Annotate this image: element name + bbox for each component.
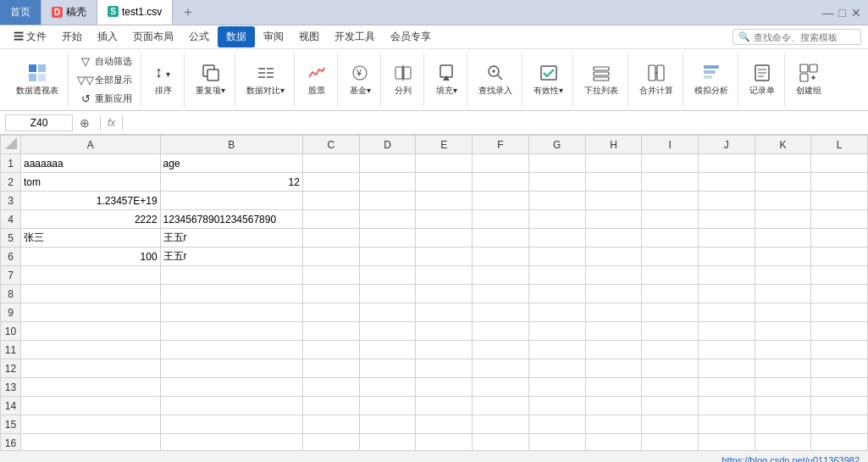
cell-I1[interactable] bbox=[642, 154, 698, 173]
cell-D11[interactable] bbox=[359, 341, 416, 359]
cell-D1[interactable] bbox=[359, 154, 416, 173]
cell-G12[interactable] bbox=[528, 359, 585, 378]
cell-C2[interactable] bbox=[302, 173, 359, 192]
cell-D13[interactable] bbox=[359, 378, 416, 397]
cell-C6[interactable] bbox=[302, 248, 359, 266]
cell-A10[interactable] bbox=[21, 322, 161, 341]
menu-insert[interactable]: 插入 bbox=[91, 28, 124, 46]
cell-K6[interactable] bbox=[755, 248, 811, 266]
cell-F13[interactable] bbox=[473, 378, 529, 397]
cell-K12[interactable] bbox=[755, 359, 811, 378]
cell-I8[interactable] bbox=[642, 285, 698, 303]
cell-C9[interactable] bbox=[302, 303, 359, 322]
cell-D12[interactable] bbox=[359, 359, 416, 378]
cell-G14[interactable] bbox=[528, 397, 585, 415]
cell-H16[interactable] bbox=[585, 434, 642, 451]
cell-F5[interactable] bbox=[473, 229, 529, 248]
cell-H11[interactable] bbox=[585, 341, 642, 359]
maximize-button[interactable]: □ bbox=[839, 6, 846, 19]
cell-B15[interactable] bbox=[160, 415, 302, 434]
cell-B7[interactable] bbox=[160, 266, 302, 285]
cell-E4[interactable] bbox=[416, 210, 473, 229]
cell-D5[interactable] bbox=[359, 229, 416, 248]
tab-add-button[interactable]: ＋ bbox=[173, 0, 203, 25]
cell-G7[interactable] bbox=[528, 266, 585, 285]
cell-I3[interactable] bbox=[642, 192, 698, 210]
cell-G1[interactable] bbox=[528, 154, 585, 173]
cell-I12[interactable] bbox=[642, 359, 698, 378]
cell-I2[interactable] bbox=[642, 173, 698, 192]
cell-F15[interactable] bbox=[473, 415, 529, 434]
cell-K16[interactable] bbox=[755, 434, 811, 451]
menu-dev-tools[interactable]: 开发工具 bbox=[328, 28, 382, 46]
cell-B2[interactable]: 12 bbox=[160, 173, 302, 192]
cell-F11[interactable] bbox=[473, 341, 529, 359]
cell-H15[interactable] bbox=[585, 415, 642, 434]
cell-D14[interactable] bbox=[359, 397, 416, 415]
cell-J1[interactable] bbox=[698, 154, 755, 173]
col-header-A[interactable]: A bbox=[21, 136, 161, 154]
cell-F8[interactable] bbox=[473, 285, 529, 303]
cell-B9[interactable] bbox=[160, 303, 302, 322]
cell-G8[interactable] bbox=[528, 285, 585, 303]
cell-C14[interactable] bbox=[302, 397, 359, 415]
cell-J5[interactable] bbox=[698, 229, 755, 248]
cell-J16[interactable] bbox=[698, 434, 755, 451]
cell-G6[interactable] bbox=[528, 248, 585, 266]
cell-L6[interactable] bbox=[811, 248, 868, 266]
cell-B14[interactable] bbox=[160, 397, 302, 415]
cell-C4[interactable] bbox=[302, 210, 359, 229]
cell-K8[interactable] bbox=[755, 285, 811, 303]
menu-data[interactable]: 数据 bbox=[218, 26, 255, 47]
cell-J9[interactable] bbox=[698, 303, 755, 322]
cell-D2[interactable] bbox=[359, 173, 416, 192]
cell-L4[interactable] bbox=[811, 210, 868, 229]
compare-button[interactable]: 数据对比▾ bbox=[242, 60, 289, 99]
cell-A16[interactable] bbox=[21, 434, 161, 451]
cell-H6[interactable] bbox=[585, 248, 642, 266]
cell-K13[interactable] bbox=[755, 378, 811, 397]
cell-J8[interactable] bbox=[698, 285, 755, 303]
cell-A12[interactable] bbox=[21, 359, 161, 378]
cell-E16[interactable] bbox=[416, 434, 473, 451]
cell-C8[interactable] bbox=[302, 285, 359, 303]
cell-J10[interactable] bbox=[698, 322, 755, 341]
cell-L9[interactable] bbox=[811, 303, 868, 322]
auto-filter-button[interactable]: ▽ 自动筛选 bbox=[75, 53, 135, 70]
col-header-B[interactable]: B bbox=[160, 136, 302, 154]
tab-home[interactable]: 首页 bbox=[0, 0, 41, 25]
cell-G15[interactable] bbox=[528, 415, 585, 434]
cell-H4[interactable] bbox=[585, 210, 642, 229]
cell-G3[interactable] bbox=[528, 192, 585, 210]
cell-A4[interactable]: 2222 bbox=[21, 210, 161, 229]
cell-I13[interactable] bbox=[642, 378, 698, 397]
cell-D9[interactable] bbox=[359, 303, 416, 322]
cell-F10[interactable] bbox=[473, 322, 529, 341]
close-button[interactable]: ✕ bbox=[851, 6, 861, 19]
cell-I7[interactable] bbox=[642, 266, 698, 285]
cell-F12[interactable] bbox=[473, 359, 529, 378]
cell-A1[interactable]: aaaaaaa bbox=[21, 154, 161, 173]
cell-K15[interactable] bbox=[755, 415, 811, 434]
formula-expand-button[interactable]: ⊕ bbox=[76, 116, 93, 130]
cell-I15[interactable] bbox=[642, 415, 698, 434]
menu-file[interactable]: ☰ 文件 bbox=[7, 28, 53, 46]
cell-C13[interactable] bbox=[302, 378, 359, 397]
minimize-button[interactable]: — bbox=[822, 6, 834, 19]
cell-J11[interactable] bbox=[698, 341, 755, 359]
cell-E12[interactable] bbox=[416, 359, 473, 378]
cell-L8[interactable] bbox=[811, 285, 868, 303]
cell-E5[interactable] bbox=[416, 229, 473, 248]
cell-L13[interactable] bbox=[811, 378, 868, 397]
cell-J2[interactable] bbox=[698, 173, 755, 192]
cell-A3[interactable]: 1.23457E+19 bbox=[21, 192, 161, 210]
cell-G13[interactable] bbox=[528, 378, 585, 397]
cell-F3[interactable] bbox=[473, 192, 529, 210]
cell-A11[interactable] bbox=[21, 341, 161, 359]
cell-E15[interactable] bbox=[416, 415, 473, 434]
cell-B5[interactable]: 王五r bbox=[160, 229, 302, 248]
cell-B11[interactable] bbox=[160, 341, 302, 359]
cell-I5[interactable] bbox=[642, 229, 698, 248]
col-header-K[interactable]: K bbox=[755, 136, 811, 154]
cell-H14[interactable] bbox=[585, 397, 642, 415]
